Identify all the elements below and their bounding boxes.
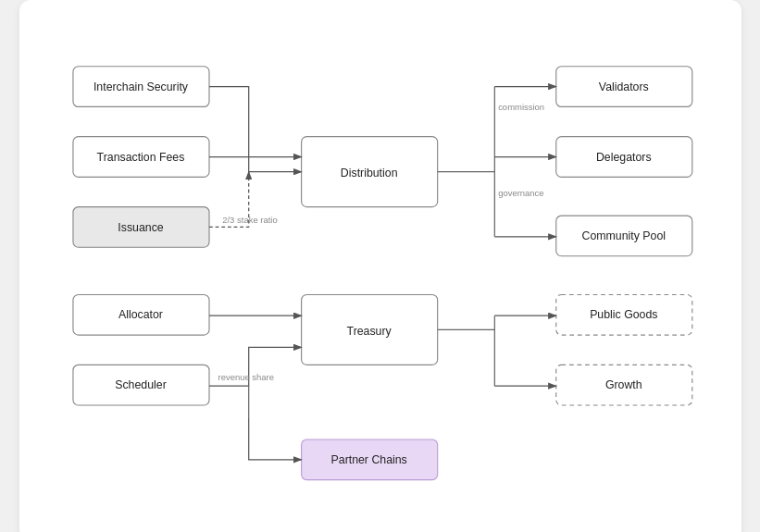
growth-label: Growth	[604, 378, 642, 391]
diagram-container: Interchain Security Transaction Fees Iss…	[19, 0, 741, 532]
issuance-label: Issuance	[118, 221, 163, 234]
governance-label: governance	[498, 188, 544, 198]
stake-ratio-label: 2/3 stake ratio	[222, 215, 277, 225]
partner-chains-label: Partner Chains	[330, 453, 406, 466]
treasury-label: Treasury	[346, 325, 392, 338]
distribution-label: Distribution	[340, 167, 397, 179]
interchain-to-distribution-arrow	[209, 87, 302, 172]
delegators-label: Delegators	[595, 151, 651, 164]
revenue-share-label: revenue share	[218, 372, 274, 382]
interchain-security-label: Interchain Security	[93, 80, 188, 93]
scheduler-label: Scheduler	[115, 378, 167, 391]
transaction-fees-label: Transaction Fees	[96, 151, 184, 164]
to-partner-chains-arrow	[248, 417, 301, 460]
commission-label: commission	[498, 102, 544, 112]
public-goods-label: Public Goods	[590, 308, 657, 321]
allocator-label: Allocator	[118, 308, 163, 321]
community-pool-label: Community Pool	[581, 229, 665, 242]
validators-label: Validators	[598, 80, 648, 93]
flow-diagram: Interchain Security Transaction Fees Iss…	[38, 28, 723, 509]
